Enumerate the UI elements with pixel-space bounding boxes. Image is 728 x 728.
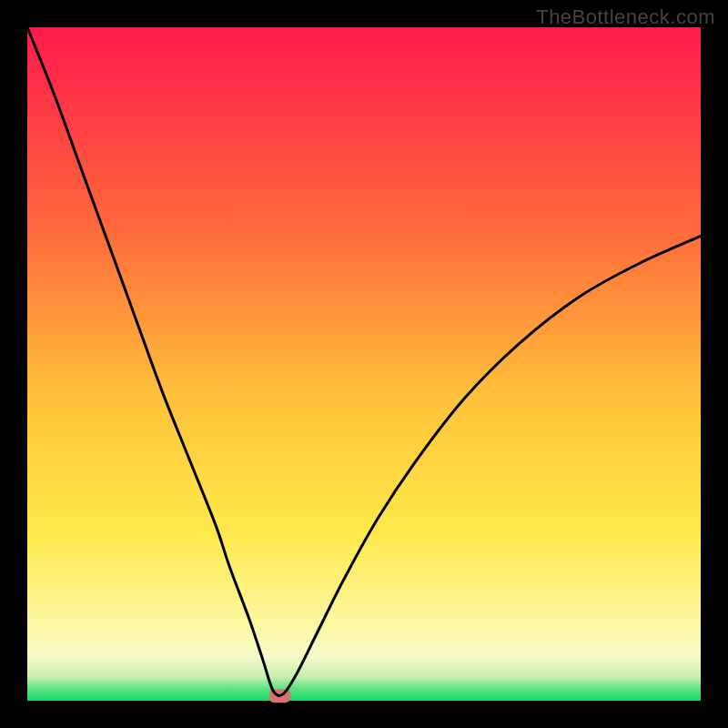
- watermark-text: TheBottleneck.com: [536, 5, 715, 29]
- chart-frame: TheBottleneck.com: [0, 0, 728, 728]
- plot-background: [27, 27, 701, 701]
- bottleneck-chart: [0, 0, 728, 728]
